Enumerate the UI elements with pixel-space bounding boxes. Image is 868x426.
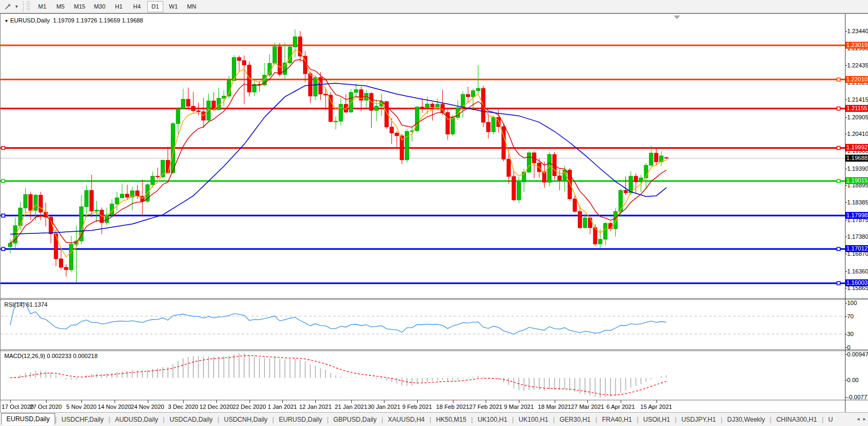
chart-tab-usoil-h1[interactable]: USOil,H1 — [638, 414, 675, 425]
level-handle[interactable] — [837, 282, 840, 285]
timeframe-button-m15[interactable]: M15 — [71, 1, 88, 12]
rsi-indicator-label: RSI(14) 61.1374 — [4, 301, 48, 308]
timeframe-button-d1[interactable]: D1 — [147, 1, 163, 12]
time-tick-mark — [10, 400, 11, 403]
price-level-badge: 1.17998 — [846, 212, 868, 219]
macd-pane[interactable] — [1, 351, 845, 400]
chart-objects-icon[interactable] — [2, 1, 14, 12]
time-tick-mark — [555, 400, 555, 403]
level-handle[interactable] — [2, 214, 5, 217]
time-tick-label: 5 Nov 2020 — [66, 404, 96, 410]
rsi-tick-label: 0 — [847, 344, 850, 351]
macd-tick-label: 0.009478 — [847, 351, 868, 357]
level-handle[interactable] — [837, 247, 840, 250]
level-handle[interactable] — [837, 146, 840, 149]
level-handle[interactable] — [2, 179, 5, 182]
level-handle[interactable] — [837, 107, 840, 110]
chart-tab-fra40-h1[interactable]: FRA40,H1 — [597, 414, 637, 425]
ohlc-quote-label: 1.19709 1.19726 1.19659 1.19688 — [53, 17, 143, 24]
price-level-badge: 1.19992 — [846, 144, 868, 151]
tab-scroll-arrows[interactable]: ◂ ▸ — [855, 416, 867, 422]
chart-tab-dj30-weekly[interactable]: DJ30,Weekly — [722, 414, 769, 425]
chart-tab-usdchf-daily[interactable]: USDCHF,Daily — [57, 414, 109, 425]
chart-symbol-title: ▼EURUSD,Daily 1.19709 1.19726 1.19659 1.… — [4, 17, 143, 24]
chart-tab-audusd-daily[interactable]: AUDUSD,Daily — [110, 414, 163, 425]
toolbar-dropdown-arrow[interactable]: ▼ — [14, 4, 21, 9]
main-chart-pane[interactable] — [1, 15, 845, 298]
time-tick-label: 1 Jan 2021 — [268, 404, 297, 410]
price-tick-label: 1.20905 — [847, 114, 868, 120]
time-tick-mark — [453, 400, 454, 403]
time-tick-label: 3 Dec 2020 — [168, 404, 198, 410]
timeframe-button-mn[interactable]: MN — [184, 1, 200, 12]
chart-tab-usdcnh-daily[interactable]: USDCNH,Daily — [219, 414, 272, 425]
time-tick-mark — [656, 400, 657, 403]
chart-tab-hk50-m15[interactable]: HK50,M15 — [431, 414, 471, 425]
ma-fast-line — [10, 50, 667, 257]
mt4-window: ▼ M1M5M15M30H1H4D1W1MN ▼EURUSD,Daily 1.1… — [0, 0, 868, 426]
chart-tab-china300-h1[interactable]: CHINA300,H1 — [772, 414, 822, 425]
price-axis[interactable]: 1.234401.229301.224351.219251.214151.209… — [846, 14, 868, 413]
time-axis[interactable]: 17 Oct 202027 Oct 20205 Nov 202014 Nov 2… — [1, 400, 845, 413]
time-tick-label: 14 Nov 2020 — [98, 404, 131, 410]
chart-tab-bar: EURUSD,Daily|USDCHF,Daily|AUDUSD,Daily|U… — [0, 412, 868, 426]
level-handle[interactable] — [2, 146, 5, 149]
rsi-value: 61.1374 — [26, 301, 48, 308]
time-tick-mark — [148, 400, 148, 403]
timeframe-button-h4[interactable]: H4 — [129, 1, 145, 12]
chart-shift-marker[interactable] — [674, 16, 680, 19]
price-tick-label: 1.22435 — [847, 62, 868, 69]
timeframe-button-m5[interactable]: M5 — [52, 1, 69, 12]
chart-title-dropdown-icon[interactable]: ▼ — [4, 19, 9, 24]
level-handle[interactable] — [2, 247, 5, 250]
time-tick-label: 15 Apr 2021 — [640, 404, 672, 410]
price-level-badge: 1.17012 — [846, 245, 868, 252]
time-tick-mark — [183, 400, 184, 403]
rsi-pane[interactable] — [1, 300, 845, 349]
chart-tab-u[interactable]: U — [824, 414, 838, 425]
time-tick-label: 17 Oct 2020 — [2, 404, 34, 410]
time-tick-mark — [115, 400, 115, 403]
time-tick-mark — [46, 400, 47, 403]
price-tick-label: 1.17380 — [847, 233, 868, 240]
time-tick-label: 27 Feb 2021 — [469, 404, 502, 410]
time-tick-mark — [282, 400, 283, 403]
level-handle[interactable] — [837, 179, 840, 182]
time-tick-mark — [250, 400, 250, 403]
time-tick-mark — [351, 400, 352, 403]
toolbar: ▼ M1M5M15M30H1H4D1W1MN — [0, 0, 868, 13]
time-tick-label: 18 Feb 2021 — [436, 404, 470, 410]
time-tick-label: 24 Nov 2020 — [131, 404, 164, 410]
macd-tick-label: 0.00 — [847, 377, 858, 383]
timeframe-button-w1[interactable]: W1 — [165, 1, 182, 12]
chart-tab-ger30-h1[interactable]: GER30,H1 — [555, 414, 595, 425]
price-level-badge: 1.22010 — [846, 76, 868, 83]
time-tick-mark — [519, 400, 519, 403]
time-tick-mark — [587, 400, 588, 403]
chart-tab-gbpusd-daily[interactable]: GBPUSD,Daily — [329, 414, 382, 425]
timeframe-button-h1[interactable]: H1 — [111, 1, 127, 12]
time-tick-mark — [621, 400, 621, 403]
time-tick-label: 18 Mar 2021 — [538, 404, 571, 410]
price-tick-label: 1.18385 — [847, 199, 868, 206]
chart-tab-eurusd-daily[interactable]: EURUSD,Daily — [274, 414, 327, 425]
chart-tab-usdcad-daily[interactable]: USDCAD,Daily — [164, 414, 217, 425]
price-tick-label: 1.19390 — [847, 165, 868, 172]
chart-tab-uk100-h1[interactable]: UK100,H1 — [514, 414, 553, 425]
candles — [9, 29, 669, 283]
support-resistance-lines[interactable] — [1, 45, 845, 285]
time-tick-label: 12 Jan 2021 — [299, 404, 332, 410]
rsi-tick-label: 30 — [847, 331, 854, 337]
time-tick-mark — [417, 400, 418, 403]
price-level-badge: 1.21155 — [846, 105, 868, 112]
chart-tab-uk100-h1[interactable]: UK100,H1 — [473, 414, 512, 425]
chart-tab-eurusd-daily[interactable]: EURUSD,Daily — [1, 413, 55, 425]
chart-tab-usdjpy-h1[interactable]: USDJPY,H1 — [676, 414, 720, 425]
timeframe-button-m1[interactable]: M1 — [34, 1, 50, 12]
chart-tab-xauusd-h4[interactable]: XAUUSD,H4 — [383, 414, 429, 425]
timeframe-button-m30[interactable]: M30 — [90, 1, 108, 12]
time-tick-mark — [384, 400, 384, 403]
level-handle[interactable] — [837, 78, 840, 81]
timeframe-toolbar: M1M5M15M30H1H4D1W1MN — [33, 0, 201, 13]
time-tick-label: 9 Mar 2021 — [504, 404, 534, 410]
